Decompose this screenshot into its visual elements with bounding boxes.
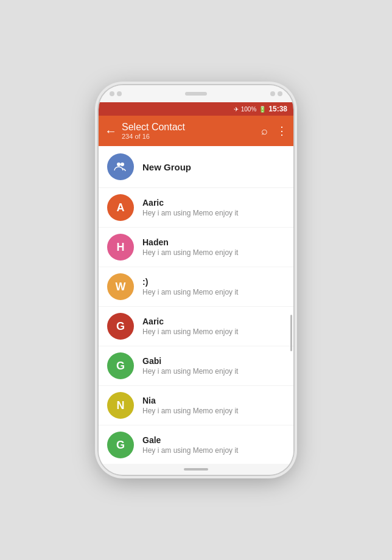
airplane-icon: ✈ — [234, 106, 239, 113]
contact-item[interactable]: W :) Hey i am using Memo enjoy it — [99, 267, 293, 307]
contact-name: Gale — [142, 435, 285, 445]
contact-message: Hey i am using Memo enjoy it — [142, 248, 285, 257]
contact-message: Hey i am using Memo enjoy it — [142, 327, 285, 336]
contact-name: Gabi — [142, 356, 285, 366]
home-indicator — [184, 468, 208, 471]
scrollbar-indicator[interactable] — [290, 315, 292, 351]
speaker — [185, 92, 207, 96]
camera-dot2 — [117, 91, 122, 96]
contact-avatar: G — [107, 313, 134, 340]
contact-avatar: A — [107, 194, 134, 221]
header-title: Select Contact — [122, 122, 261, 133]
contact-item[interactable]: A Aaric Hey i am using Memo enjoy it — [99, 188, 293, 228]
status-bar: ✈ 100% 🔋 15:38 — [99, 102, 293, 116]
contact-message: Hey i am using Memo enjoy it — [142, 367, 285, 376]
header-subtitle: 234 of 16 — [122, 133, 261, 140]
menu-button[interactable]: ⋮ — [276, 124, 287, 138]
contact-info: Gabi Hey i am using Memo enjoy it — [142, 356, 285, 376]
contact-avatar: H — [107, 234, 134, 261]
contact-avatar: N — [107, 392, 134, 419]
battery-text: 100% — [241, 106, 257, 113]
sensor-dot2 — [278, 91, 282, 96]
contact-info: Aaric Hey i am using Memo enjoy it — [142, 198, 285, 217]
contact-message: Hey i am using Memo enjoy it — [142, 407, 285, 415]
contact-item[interactable]: N Nia Hey i am using Memo enjoy it — [99, 386, 293, 425]
contact-message: Hey i am using Memo enjoy it — [142, 288, 285, 296]
camera-area — [110, 91, 122, 96]
camera-dot — [110, 91, 114, 96]
contact-info: :) Hey i am using Memo enjoy it — [142, 277, 285, 296]
contact-info: Gale Hey i am using Memo enjoy it — [142, 435, 285, 455]
header-icons: ⌕ ⋮ — [261, 124, 287, 138]
svg-point-0 — [117, 163, 121, 166]
contact-list[interactable]: New Group A Aaric Hey i am using Memo en… — [99, 146, 293, 464]
contact-info: Haden Hey i am using Memo enjoy it — [142, 237, 285, 257]
new-group-avatar — [107, 153, 134, 180]
contact-avatar: W — [107, 273, 134, 300]
contact-item[interactable]: G Gale Hey i am using Memo enjoy it — [99, 425, 293, 464]
status-icons: ✈ 100% 🔋 15:38 — [234, 105, 287, 113]
contact-name: Aaric — [142, 317, 285, 326]
contacts-container: A Aaric Hey i am using Memo enjoy it H H… — [99, 188, 293, 464]
contact-name: Nia — [142, 396, 285, 405]
contact-item[interactable]: G Gabi Hey i am using Memo enjoy it — [99, 346, 293, 386]
app-header: ← Select Contact 234 of 16 ⌕ ⋮ — [99, 116, 293, 146]
contact-avatar: G — [107, 432, 134, 458]
contact-item[interactable]: H Haden Hey i am using Memo enjoy it — [99, 228, 293, 267]
contact-avatar: G — [107, 352, 134, 379]
contact-name: Haden — [142, 237, 285, 247]
back-button[interactable]: ← — [105, 124, 117, 138]
phone-frame: ✈ 100% 🔋 15:38 ← Select Contact 234 of 1… — [99, 85, 293, 475]
contact-info: Aaric Hey i am using Memo enjoy it — [142, 317, 285, 336]
header-title-area: Select Contact 234 of 16 — [122, 122, 261, 140]
new-group-item[interactable]: New Group — [99, 146, 293, 188]
contact-item[interactable]: G Aaric Hey i am using Memo enjoy it — [99, 307, 293, 346]
sensor-dot — [270, 91, 275, 96]
contact-message: Hey i am using Memo enjoy it — [142, 209, 285, 217]
contact-name: Aaric — [142, 198, 285, 208]
contact-info: Nia Hey i am using Memo enjoy it — [142, 396, 285, 415]
contact-message: Hey i am using Memo enjoy it — [142, 446, 285, 455]
search-button[interactable]: ⌕ — [261, 125, 268, 138]
time-display: 15:38 — [268, 105, 287, 113]
phone-top-decorative — [99, 85, 293, 102]
contact-name: :) — [142, 277, 285, 287]
front-sensors — [270, 91, 282, 96]
svg-point-1 — [121, 163, 124, 166]
new-group-label: New Group — [142, 162, 191, 172]
battery-icon: 🔋 — [259, 106, 266, 113]
phone-bottom — [99, 464, 293, 475]
